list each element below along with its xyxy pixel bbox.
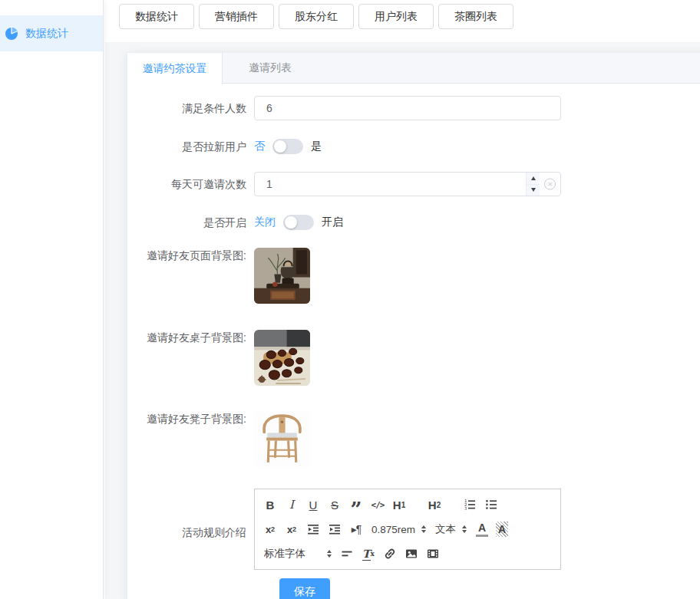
pull-new-off-label: 否 (254, 140, 265, 153)
sidebar: 数据统计 (0, 0, 104, 599)
arrow-up-icon (531, 176, 536, 180)
people-count-input[interactable] (254, 96, 561, 120)
settings-form: 满足条件人数 是否拉新用户 否 是 每天可邀请次数 (127, 84, 700, 599)
stepper-up-button[interactable] (527, 173, 540, 185)
ordered-list-button[interactable]: 123 (459, 495, 480, 514)
video-icon (426, 547, 440, 561)
insert-image-button[interactable] (401, 545, 422, 563)
editor-toolbar-row-2: x2 x2 (256, 517, 559, 541)
underline-button[interactable]: U (302, 495, 324, 514)
picker-arrows-icon (327, 550, 332, 558)
page-background-image[interactable] (254, 248, 310, 304)
save-row: 保存 (279, 578, 700, 599)
editor-toolbar-row-1: B I U S ” </> H1 H2 (256, 492, 559, 517)
insert-video-button[interactable] (422, 545, 444, 563)
field-table-background: 邀请好友桌子背景图: (127, 330, 700, 386)
enabled-toggle[interactable] (283, 215, 314, 230)
header-format-picker[interactable]: 文本 (435, 522, 467, 536)
pie-chart-icon (5, 27, 18, 41)
nav-button-tea-circle[interactable]: 茶圈列表 (438, 4, 513, 29)
editor-toolbar-row-3: 标准字体 Tx (256, 541, 559, 566)
stool-background-image[interactable] (254, 411, 310, 467)
table-background-label: 邀请好友桌子背景图: (127, 330, 246, 345)
outdent-button[interactable] (302, 520, 324, 538)
enabled-label: 是否开启 (127, 215, 246, 230)
header-2-button[interactable]: H2 (424, 495, 445, 514)
font-family-picker[interactable]: 标准字体 (264, 547, 332, 561)
strike-button[interactable]: S (324, 495, 345, 514)
page-background-label: 邀请好友页面背景图: (127, 248, 246, 263)
arrow-down-icon (531, 188, 536, 192)
nav-button-users[interactable]: 用户列表 (358, 4, 434, 29)
main-area: 数据统计 营销插件 股东分红 用户列表 茶圈列表 邀请约茶设置 邀请列表 满足条… (105, 0, 700, 599)
field-rules: 活动规则介绍 B I U S ” </> H1 H2 (127, 489, 700, 570)
rules-label: 活动规则介绍 (127, 518, 246, 540)
pull-new-toggle[interactable] (272, 139, 303, 154)
top-nav: 数据统计 营销插件 股东分红 用户列表 茶圈列表 (105, 0, 700, 42)
ordered-list-icon: 123 (463, 498, 477, 512)
clear-format-button[interactable]: Tx (358, 545, 379, 563)
pull-new-on-label: 是 (311, 140, 322, 153)
font-size-picker[interactable]: 0.875rem (371, 524, 426, 535)
stepper-down-button[interactable] (527, 185, 540, 196)
svg-text:3: 3 (464, 506, 467, 511)
code-block-button[interactable]: </> (367, 495, 388, 514)
nav-button-marketing[interactable]: 营销插件 (199, 4, 274, 29)
align-button[interactable] (336, 545, 358, 563)
bold-button[interactable]: B (259, 495, 281, 514)
picker-arrows-icon (462, 525, 467, 533)
field-people-count: 满足条件人数 (127, 96, 700, 120)
text-direction-button[interactable]: ▸¶ (345, 520, 367, 538)
outdent-icon (306, 522, 320, 536)
align-icon (340, 547, 354, 561)
background-color-button[interactable]: A (496, 522, 508, 537)
clear-input-icon[interactable] (544, 179, 556, 190)
blockquote-button[interactable]: ” (345, 495, 367, 514)
enabled-off-label: 关闭 (254, 216, 276, 229)
field-daily-invites: 每天可邀请次数 (127, 172, 700, 196)
field-pull-new-user: 是否拉新用户 否 是 (127, 139, 700, 154)
sidebar-item-label: 数据统计 (25, 27, 68, 41)
nav-button-dividends[interactable]: 股东分红 (279, 4, 354, 29)
pull-new-label: 是否拉新用户 (127, 139, 246, 154)
indent-icon (328, 522, 342, 536)
save-button[interactable]: 保存 (279, 578, 330, 599)
field-stool-background: 邀请好友凳子背景图: (127, 411, 700, 467)
tabs-header: 邀请约茶设置 邀请列表 (127, 53, 700, 84)
italic-button[interactable]: I (281, 495, 302, 514)
image-icon (404, 547, 418, 561)
enabled-on-label: 开启 (322, 216, 343, 229)
bullet-list-icon (484, 498, 498, 512)
bullet-list-button[interactable] (480, 495, 502, 514)
sidebar-item-data-stats[interactable]: 数据统计 (0, 15, 103, 51)
field-enabled: 是否开启 关闭 开启 (127, 215, 700, 230)
tab-invite-list[interactable]: 邀请列表 (223, 53, 318, 83)
people-count-label: 满足条件人数 (127, 100, 246, 116)
link-button[interactable] (379, 545, 401, 563)
tab-invite-tea-settings[interactable]: 邀请约茶设置 (127, 53, 223, 84)
link-icon (383, 547, 397, 561)
superscript-button[interactable]: x2 (281, 520, 302, 538)
text-color-button[interactable]: A (476, 522, 488, 537)
field-page-background: 邀请好友页面背景图: (127, 248, 700, 304)
number-stepper (526, 173, 540, 196)
picker-arrows-icon (421, 525, 426, 533)
table-background-image[interactable] (254, 330, 310, 386)
subscript-button[interactable]: x2 (259, 520, 281, 538)
indent-button[interactable] (324, 520, 345, 538)
daily-invites-label: 每天可邀请次数 (127, 176, 246, 192)
rich-text-editor: B I U S ” </> H1 H2 (254, 489, 561, 570)
settings-card: 邀请约茶设置 邀请列表 满足条件人数 是否拉新用户 否 是 (127, 52, 700, 599)
header-1-button[interactable]: H1 (388, 495, 410, 514)
nav-button-data-stats[interactable]: 数据统计 (119, 4, 194, 29)
daily-invites-input[interactable] (254, 172, 561, 196)
daily-invites-number-input (254, 172, 561, 196)
stool-background-label: 邀请好友凳子背景图: (127, 411, 246, 426)
